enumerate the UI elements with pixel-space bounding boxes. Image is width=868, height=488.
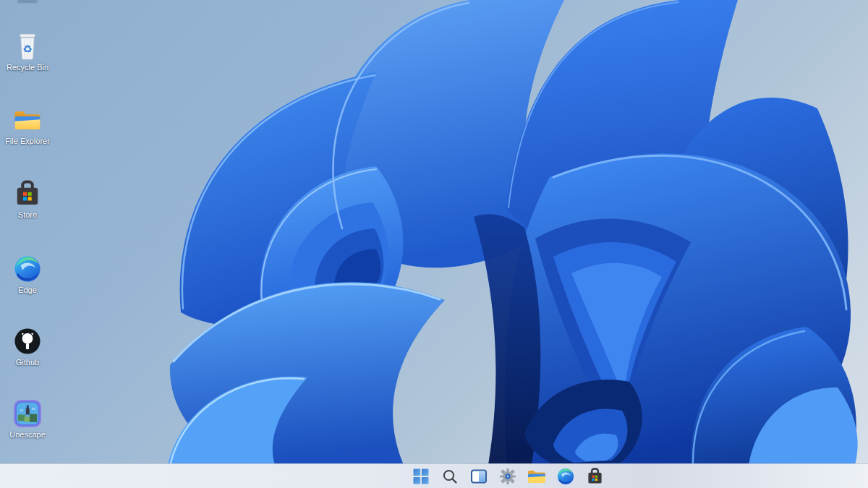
desktop-icon-label: Recycle Bin — [7, 63, 48, 72]
desktop-icon-recycle-bin[interactable]: ♻ Recycle Bin — [1, 32, 54, 72]
desktop-icon-label: Edge — [18, 286, 37, 295]
settings-gear-icon — [499, 468, 516, 485]
desktop-icon-file-explorer[interactable]: File Explorer — [1, 106, 54, 146]
desktop-icon-label: File Explorer — [5, 137, 50, 146]
wallpaper-bloom — [0, 0, 868, 465]
taskbar-file-explorer-button[interactable] — [527, 466, 547, 487]
github-icon — [13, 327, 42, 356]
taskbar-search-button[interactable] — [440, 466, 460, 487]
desktop-icon-label: Store — [18, 210, 37, 220]
taskbar-widgets-button[interactable] — [469, 466, 489, 487]
file-explorer-icon — [13, 106, 42, 134]
store-icon — [13, 179, 42, 208]
cutoff-icon-label-artifact — [17, 0, 38, 3]
svg-text:♻: ♻ — [22, 43, 32, 56]
edge-icon — [557, 468, 574, 485]
desktop-icon-github[interactable]: Github — [1, 327, 54, 367]
taskbar-edge-button[interactable] — [556, 466, 576, 487]
store-icon — [587, 468, 603, 485]
file-explorer-icon — [527, 468, 546, 484]
taskbar-start-button[interactable] — [411, 466, 431, 487]
widgets-icon — [470, 468, 488, 485]
desktop-icon-store[interactable]: Store — [1, 179, 54, 220]
recycle-bin-icon: ♻ — [13, 32, 42, 61]
taskbar-settings-button[interactable] — [498, 466, 518, 487]
taskbar — [0, 463, 868, 488]
desktop-icon-label: Github — [16, 358, 39, 367]
desktop-icon-unescape[interactable]: Unescape — [1, 399, 54, 440]
desktop-icon-edge[interactable]: Edge — [1, 254, 54, 295]
desktop-icon-label: Unescape — [9, 430, 46, 440]
taskbar-icon-group — [411, 464, 605, 488]
search-icon — [441, 468, 459, 485]
taskbar-store-button[interactable] — [584, 466, 605, 487]
unescape-icon — [13, 399, 42, 428]
edge-icon — [13, 254, 42, 283]
windows-start-icon — [412, 468, 430, 485]
desktop: ♻ Recycle Bin File Explorer — [0, 0, 868, 488]
